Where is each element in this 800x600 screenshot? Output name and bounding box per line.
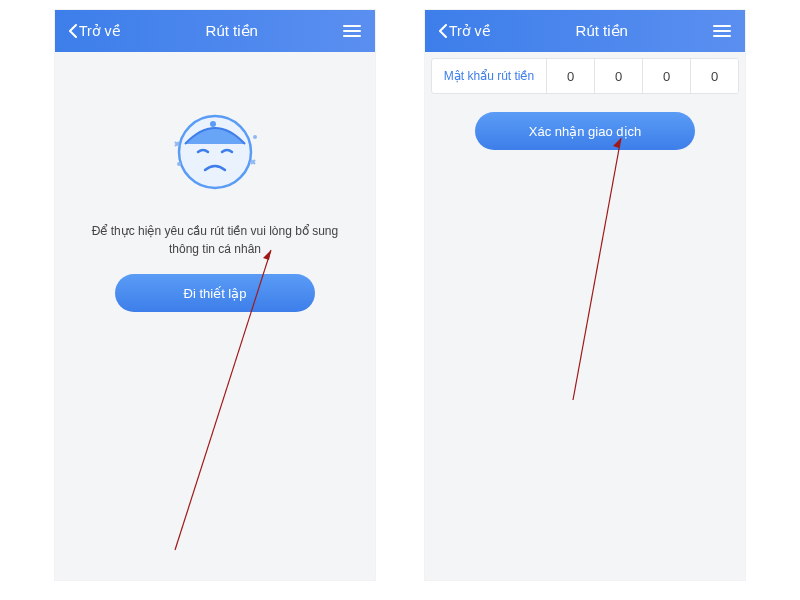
svg-line-6 [573,138,621,400]
menu-button[interactable] [713,25,731,37]
sad-face-icon [165,102,265,202]
svg-point-3 [177,162,181,166]
chevron-left-icon [439,24,447,38]
password-label: Mật khẩu rút tiền [432,59,547,93]
menu-icon [713,25,731,27]
password-digit-2[interactable] [595,59,643,93]
info-message: Để thực hiện yêu cầu rút tiền vui lòng b… [75,222,355,258]
back-button[interactable]: Trở về [439,23,491,39]
chevron-left-icon [69,24,77,38]
svg-point-0 [179,116,251,188]
back-button[interactable]: Trở về [69,23,121,39]
password-digit-3[interactable] [643,59,691,93]
page-title: Rút tiền [206,22,258,40]
app-header: Trở về Rút tiền [425,10,745,52]
phone-screen-2: Trở về Rút tiền Mật khẩu rút tiền Xác nh… [425,10,745,580]
back-label: Trở về [79,23,121,39]
confirm-button[interactable]: Xác nhận giao dịch [475,112,695,150]
annotation-arrow [565,130,645,414]
menu-button[interactable] [343,25,361,37]
page-title: Rút tiền [576,22,628,40]
content-area: Để thực hiện yêu cầu rút tiền vui lòng b… [55,52,375,312]
phone-screen-1: Trở về Rút tiền Để thực hiệ [55,10,375,580]
setup-button[interactable]: Đi thiết lập [115,274,315,312]
menu-icon [343,25,361,27]
back-label: Trở về [449,23,491,39]
svg-point-1 [210,121,216,127]
password-row: Mật khẩu rút tiền [431,58,739,94]
svg-point-2 [253,135,257,139]
password-digit-1[interactable] [547,59,595,93]
app-header: Trở về Rút tiền [55,10,375,52]
password-digit-4[interactable] [691,59,738,93]
